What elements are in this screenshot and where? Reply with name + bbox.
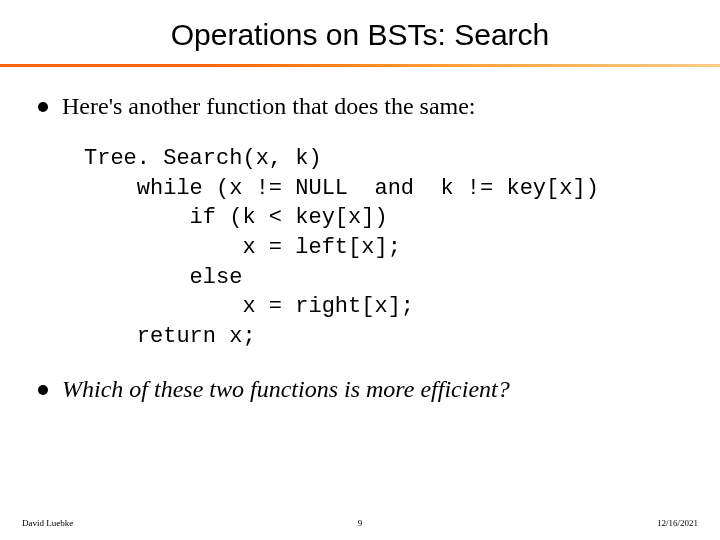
footer-author: David Luebke [22,518,73,528]
content-area: Here's another function that does the sa… [0,93,720,403]
footer-date: 12/16/2021 [657,518,698,528]
slide: Operations on BSTs: Search Here's anothe… [0,0,720,540]
code-block: Tree. Search(x, k) while (x != NULL and … [84,144,682,352]
bullet-text-2: Which of these two functions is more eff… [62,376,510,403]
accent-bar [0,64,720,67]
bullet-icon [38,385,48,395]
slide-title: Operations on BSTs: Search [0,18,720,52]
bullet-item-2: Which of these two functions is more eff… [38,376,682,403]
footer: David Luebke 9 12/16/2021 [0,518,720,528]
footer-page-number: 9 [358,518,363,528]
bullet-item-1: Here's another function that does the sa… [38,93,682,120]
bullet-icon [38,102,48,112]
bullet-text-1: Here's another function that does the sa… [62,93,476,120]
